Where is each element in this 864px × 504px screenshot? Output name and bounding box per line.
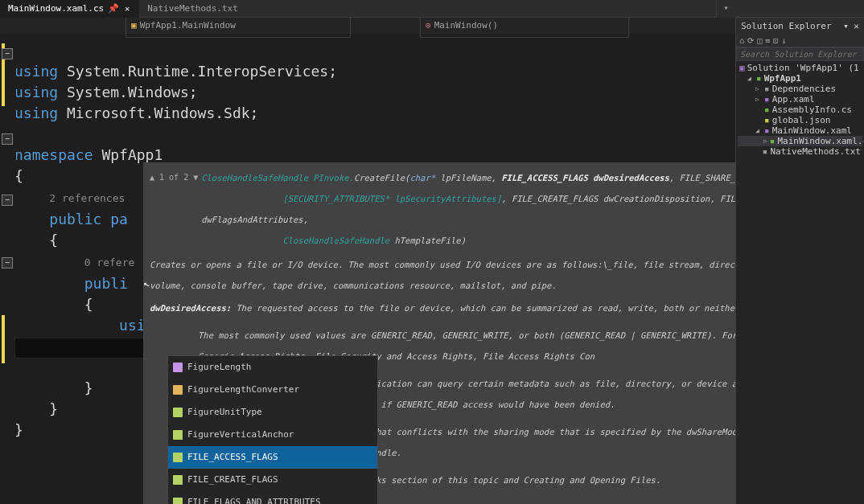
enum-icon (173, 498, 183, 504)
toolbar-icon[interactable]: ⊡ (773, 36, 778, 45)
ns-name: WpfApp1 (101, 146, 163, 163)
semi: ; (189, 84, 198, 100)
tree-item[interactable]: ▷▪App.xaml (738, 94, 862, 104)
fold-toggle[interactable]: − (2, 133, 13, 145)
fold-toggle[interactable]: − (2, 195, 13, 206)
tab-nativemethods[interactable]: NativeMethods.txt (139, 0, 246, 18)
tree-item[interactable]: ◢▪MainWindow.xaml (738, 125, 862, 136)
enum-icon (173, 430, 183, 440)
completion-label: FigureLength (187, 357, 251, 378)
codelens[interactable]: 0 refere (84, 256, 135, 268)
expand-icon[interactable]: ▷ (755, 96, 762, 103)
codelens[interactable]: 2 references (49, 192, 125, 204)
keyword: pa (110, 211, 128, 227)
dropdown-icon[interactable]: ▾ (723, 3, 728, 12)
sig-ptype-cur: FILE_ACCESS_FLAGS (501, 173, 587, 182)
tree-root[interactable]: ▣ Solution 'WpfApp1' (1 of 1 project) (738, 63, 862, 73)
code-editor[interactable]: ▣ WpfApp1.MainWindow ⊙ MainWindow() − − … (0, 18, 735, 504)
semi: ; (250, 104, 259, 121)
keyword: using (14, 84, 58, 100)
modified-marker (2, 315, 5, 363)
expand-icon[interactable]: ▷ (763, 137, 767, 145)
panel-title: Solution Explorer (741, 21, 832, 31)
panel-menu-icon[interactable]: ▾ ✕ (843, 21, 859, 31)
solution-explorer: Solution Explorer ▾ ✕ ⌂⟳◫≡⊡↓ ▣ Solution … (735, 18, 864, 504)
close-icon[interactable]: ✕ (123, 5, 131, 13)
tree-item[interactable]: ▪global.json (738, 115, 862, 125)
cs-icon: ▪ (770, 136, 776, 146)
cs-icon: ▪ (764, 104, 770, 115)
crumb-member[interactable]: ⊙ MainWindow() (420, 18, 629, 38)
tree-label: MainWindow.xaml (772, 125, 852, 136)
completion-label: FILE_CREATE_FLAGS (187, 469, 278, 490)
tree-item[interactable]: ▪AssemblyInfo.cs (738, 104, 862, 115)
sig-ptype: [SECURITY_ATTRIBUTES* (282, 194, 389, 203)
brace: } (49, 400, 58, 417)
param-label: dwDesiredAccess: (150, 303, 231, 313)
completion-label: FILE_FLAGS_AND_ATTRIBUTES (187, 492, 321, 504)
ns: Microsoft.Windows.Sdk (67, 104, 250, 121)
enum-icon (173, 408, 183, 417)
keyword: using (14, 63, 58, 80)
completion-label: FigureLengthConverter (187, 379, 299, 400)
completion-label: FigureVerticalAnchor (187, 424, 294, 445)
json-icon: ▪ (764, 115, 770, 125)
sig-nav[interactable]: ▲ 1 of 2 ▼ (150, 167, 198, 188)
toolbar-icon[interactable]: ⟳ (747, 36, 754, 45)
completion-label: FILE_ACCESS_FLAGS (187, 447, 278, 468)
enum-icon (173, 475, 183, 485)
sig-desc: Creates or opens a file or I/O device. T… (150, 260, 735, 290)
completion-item[interactable]: FigureLengthConverter (168, 379, 377, 401)
enum-icon (173, 453, 183, 462)
intellisense-popup[interactable]: FigureLengthFigureLengthConverterFigureU… (167, 355, 378, 504)
solution-toolbar: ⌂⟳◫≡⊡↓ (736, 35, 864, 47)
tree-label: Dependencies (772, 84, 836, 94)
expand-icon[interactable]: ◢ (747, 75, 754, 82)
class-icon: ▣ (131, 18, 137, 36)
toolbar-icon[interactable]: ◫ (757, 36, 762, 45)
fold-toggle[interactable]: − (2, 257, 13, 268)
pin-icon[interactable]: 📌 (108, 3, 119, 14)
tree-label: MainWindow.xaml.cs (777, 136, 864, 146)
toolbar-icon[interactable]: ≡ (765, 36, 770, 45)
brace: { (84, 296, 93, 313)
root-label: Solution 'WpfApp1' (1 of 1 project) (747, 63, 864, 73)
sig-fn: CreateFile( (354, 173, 410, 182)
sig-prefix: CloseHandleSafeHandle PInvoke. (201, 173, 354, 182)
tree-label: App.xaml (772, 94, 815, 104)
ns: System.Runtime.InteropServices (67, 63, 328, 80)
completion-item[interactable]: FILE_CREATE_FLAGS (168, 469, 377, 491)
expand-icon[interactable]: ◢ (755, 127, 762, 134)
tree-item[interactable]: ▪NativeMethods.txt (738, 146, 862, 157)
sig-ptype: FILE_FLAGS_AND_ATTRIBUTES (720, 194, 735, 203)
keyword: using (14, 104, 58, 121)
sig-ptype: FILE_CREATE_FLAGS (512, 194, 598, 203)
completion-item[interactable]: FigureUnitType (168, 401, 377, 424)
tree-item[interactable]: ▷▪Dependencies (738, 84, 862, 94)
solution-search-input[interactable] (736, 47, 864, 61)
crumb-class[interactable]: ▣ WpfApp1.MainWindow (125, 18, 351, 38)
completion-item[interactable]: FigureLength (168, 356, 377, 379)
xaml-icon: ▪ (764, 125, 770, 136)
completion-item[interactable]: FigureVerticalAnchor (168, 424, 377, 446)
panel-title-bar: Solution Explorer ▾ ✕ (736, 18, 864, 35)
fold-toggle[interactable]: − (2, 48, 13, 59)
tree-item[interactable]: ◢▪WpfApp1 (738, 73, 862, 84)
xaml-icon: ▪ (764, 94, 770, 104)
tree-item[interactable]: ▷▪MainWindow.xaml.cs (738, 136, 862, 146)
tree-label: AssemblyInfo.cs (772, 104, 852, 115)
sig-ptype: CloseHandleSafeHandle (282, 236, 389, 245)
completion-item[interactable]: FILE_FLAGS_AND_ATTRIBUTES (168, 491, 377, 504)
solution-tree[interactable]: ▣ Solution 'WpfApp1' (1 of 1 project) ◢▪… (736, 61, 864, 504)
completion-item[interactable]: FILE_ACCESS_FLAGS (168, 446, 377, 469)
completion-label: FigureUnitType (187, 402, 262, 423)
tab-mainwindow-cs[interactable]: MainWindow.xaml.cs 📌 ✕ (0, 0, 139, 18)
toolbar-icon[interactable]: ⌂ (739, 36, 744, 45)
crumb-class-label: WpfApp1.MainWindow (140, 18, 236, 36)
expand-icon[interactable]: ▷ (755, 85, 762, 92)
semi: ; (328, 63, 337, 80)
method-icon: ⊙ (426, 18, 431, 36)
struct-icon (173, 363, 183, 372)
tree-label: global.json (772, 115, 831, 125)
toolbar-icon[interactable]: ↓ (781, 36, 786, 45)
